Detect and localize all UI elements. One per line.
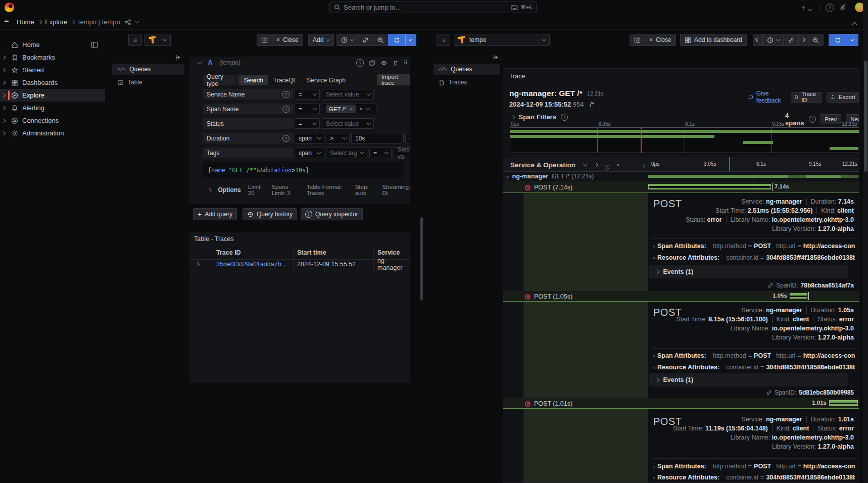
breadcrumb-home[interactable]: Home	[17, 18, 34, 26]
sidebar-item-dashboards[interactable]: Dashboards	[0, 76, 105, 89]
search-input[interactable]: Search or jump to... ⌘+k	[329, 2, 537, 13]
breadcrumb-chevron-icon[interactable]	[135, 19, 139, 23]
run-query-button[interactable]	[829, 34, 847, 46]
tags-scope-select[interactable]: span	[295, 148, 324, 158]
tags-key-select[interactable]: Select tag	[326, 148, 367, 158]
sidebar-item-bookmarks[interactable]: Bookmarks	[0, 51, 105, 64]
expand-row-icon[interactable]	[196, 262, 200, 266]
span-bar[interactable]	[790, 293, 807, 299]
expand-one-icon[interactable]	[594, 163, 598, 167]
run-query-button[interactable]	[388, 34, 405, 46]
help-icon[interactable]: ?	[826, 4, 834, 12]
query-history-button[interactable]: Query history	[243, 208, 297, 220]
status-value-select[interactable]: Select value	[322, 118, 374, 129]
right-close-button[interactable]: ×Close	[645, 34, 676, 46]
tab-search[interactable]: Search	[239, 75, 268, 85]
sidebar-item-starred[interactable]: Starred	[0, 64, 105, 76]
share-icon[interactable]	[124, 19, 131, 26]
run-query-interval-button[interactable]	[405, 34, 416, 46]
left-rail-tab-table[interactable]: Table	[112, 77, 184, 88]
remove-chip-icon[interactable]: ×	[349, 106, 353, 112]
export-button[interactable]: Export	[827, 92, 859, 103]
span-bar[interactable]	[829, 400, 858, 406]
give-feedback-link[interactable]: Give feedback	[748, 90, 786, 104]
root-span-bar[interactable]	[648, 175, 858, 178]
duration-max-operator-select[interactable]: <	[405, 133, 410, 143]
span-row[interactable]: POST (1.05s) 1.05s	[503, 291, 859, 301]
add-menu-button[interactable]: +	[801, 4, 812, 12]
drag-handle-icon[interactable]: ⠿	[404, 60, 408, 66]
span-name-chip[interactable]: GET /*×	[326, 105, 356, 113]
status-operator-select[interactable]: =	[295, 118, 320, 129]
tags-value-select[interactable]: Select va	[394, 148, 410, 158]
service-name-value-select[interactable]: Select value	[322, 89, 374, 100]
right-outline-button[interactable]	[437, 34, 450, 46]
events-row[interactable]: Events (1)	[649, 373, 848, 387]
zoom-out-button[interactable]	[373, 34, 389, 46]
resource-attributes-row[interactable]: Resource Attributes:container.id=304fd88…	[653, 364, 855, 371]
window-scrollbar-thumb[interactable]	[864, 61, 867, 172]
expand-all-icon[interactable]: »	[616, 161, 620, 168]
tab-service-graph[interactable]: Service Graph	[302, 75, 351, 85]
span-name-operator-select[interactable]: =	[295, 104, 320, 114]
breadcrumb-explore[interactable]: Explore	[45, 18, 67, 26]
right-rail-tab-queries[interactable]: </> Queries	[433, 64, 500, 75]
time-picker-button[interactable]	[762, 34, 784, 46]
clear-icon[interactable]: ×	[359, 106, 363, 113]
delete-query-trash-icon[interactable]	[393, 60, 399, 66]
right-rail-tab-traces[interactable]: Traces	[433, 77, 500, 88]
left-close-button[interactable]: ×Close	[272, 34, 303, 46]
grafana-logo[interactable]	[5, 3, 14, 12]
column-resize-handle[interactable]: ||	[643, 163, 646, 168]
collapse-left-rail-icon[interactable]	[174, 54, 182, 61]
sidebar-item-alerting[interactable]: Alerting	[0, 102, 105, 114]
collapse-all-icon[interactable]	[605, 160, 608, 170]
span-row-root[interactable]: ng-manager GET /* (12.21s)	[503, 171, 859, 182]
left-rail-tab-queries[interactable]: </> Queries	[112, 64, 184, 75]
link-icon[interactable]	[767, 282, 774, 288]
query-help-icon[interactable]: ?	[356, 59, 364, 67]
span-row[interactable]: POST (7.14s) 7.14s	[503, 181, 859, 192]
duration-value-input[interactable]: 10s	[351, 133, 404, 143]
collapse-right-rail-icon[interactable]	[492, 54, 500, 61]
query-options-row[interactable]: Options Limit: 20 Spans Limit: 3 Table F…	[209, 184, 410, 196]
add-query-button[interactable]: +Add query	[193, 208, 237, 220]
split-pane-button[interactable]	[630, 34, 645, 46]
collapse-one-icon[interactable]	[583, 162, 587, 166]
copy-time-link-button[interactable]	[358, 34, 373, 46]
trace-minimap[interactable]	[510, 127, 859, 153]
left-pane-scrollbar[interactable]	[420, 217, 423, 301]
col-header-service[interactable]: Service	[377, 249, 400, 256]
service-name-operator-select[interactable]: =	[295, 89, 320, 100]
zoom-out-button[interactable]	[808, 34, 824, 46]
left-add-button[interactable]: Add	[308, 34, 334, 46]
query-collapse-icon[interactable]	[198, 60, 202, 64]
span-bar[interactable]	[648, 184, 771, 189]
left-outline-button[interactable]	[128, 34, 142, 46]
duplicate-query-icon[interactable]	[369, 60, 375, 66]
add-to-dashboard-button[interactable]: Add to dashboard	[680, 34, 747, 46]
window-scrollbar-track[interactable]	[863, 0, 868, 483]
dock-menu-icon[interactable]	[91, 41, 98, 49]
tab-traceql[interactable]: TraceQL	[268, 75, 302, 85]
shift-time-back-button[interactable]	[753, 34, 762, 46]
panel-title[interactable]: Trace	[509, 73, 525, 80]
sidebar-item-home[interactable]: Home	[0, 38, 105, 51]
span-attributes-row[interactable]: Span Attributes:http.method=POSThttp.url…	[653, 463, 855, 470]
duration-scope-select[interactable]: span	[295, 133, 324, 143]
left-datasource-picker[interactable]	[144, 34, 171, 46]
span-filters-toggle[interactable]: Span Filters i	[511, 113, 568, 121]
table-row[interactable]: 35be0f3d29a01adda7b... 2024-12-09 15:55:…	[196, 263, 199, 266]
duration-operator-select[interactable]: >	[326, 133, 350, 143]
sidebar-item-connections[interactable]: Connections	[0, 114, 105, 127]
panel-title[interactable]: Table - Traces	[194, 235, 234, 243]
news-icon[interactable]	[840, 4, 847, 11]
shift-time-forward-button[interactable]	[798, 34, 808, 46]
col-header-trace-id[interactable]: Trace ID	[216, 249, 241, 256]
right-datasource-picker[interactable]: tempo	[454, 34, 550, 46]
sidebar-item-explore[interactable]: Explore	[0, 89, 105, 102]
resource-attributes-row[interactable]: Resource Attributes:container.id=304fd88…	[653, 474, 855, 481]
mega-menu-icon[interactable]: ≡	[4, 17, 9, 26]
split-pane-button[interactable]	[257, 34, 272, 46]
tags-operator-select[interactable]: =	[369, 148, 392, 158]
